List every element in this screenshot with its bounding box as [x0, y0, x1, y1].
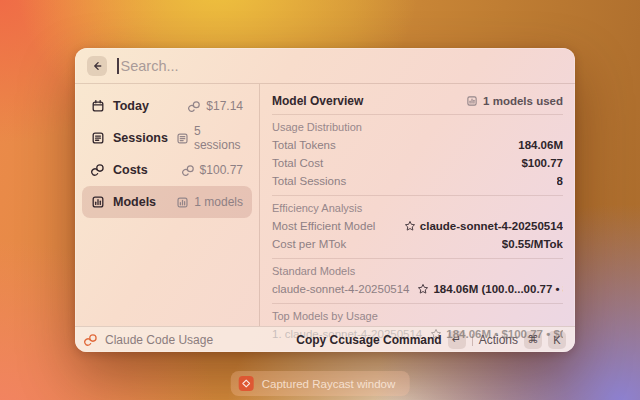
metadata-row-cost-per-mtok: Cost per MTok $0.55/MTok [272, 235, 563, 253]
most-efficient-model-value: claude-sonnet-4-20250514 [420, 220, 563, 232]
action-bar-right: Copy Ccusage Command ↵ Actions ⌘ K [296, 331, 566, 349]
capture-toast: Captured Raycast window [231, 371, 410, 396]
action-bar-separator [472, 334, 473, 346]
sidebar-item-models[interactable]: Models 1 models [82, 186, 252, 218]
back-arrow-icon [91, 60, 103, 72]
coins-icon [188, 100, 201, 113]
metadata-row-total-cost: Total Cost $100.77 [272, 154, 563, 172]
divider [272, 195, 563, 196]
text-caret [117, 58, 119, 74]
bar-chart-icon [466, 95, 478, 107]
coins-icon [182, 164, 195, 177]
list-icon [91, 131, 105, 145]
metadata-row-most-efficient: Most Efficient Model claude-sonnet-4-202… [272, 217, 563, 235]
coins-icon [91, 163, 105, 177]
models-used-badge: 1 models used [466, 95, 563, 107]
detail-title: Model Overview [272, 94, 363, 108]
section-heading: Efficiency Analysis [272, 202, 563, 214]
k-key-badge: K [548, 331, 566, 349]
section-heading: Usage Distribution [272, 121, 563, 133]
sidebar-item-accessory-text: 5 sessions [194, 124, 243, 152]
copy-ccusage-command-button[interactable]: Copy Ccusage Command ↵ [296, 331, 465, 349]
return-key-badge: ↵ [448, 331, 466, 349]
sidebar-item-accessory-text: $100.77 [200, 163, 243, 177]
raycast-capture-icon [239, 376, 254, 391]
toast-message: Captured Raycast window [262, 378, 396, 390]
divider [272, 114, 563, 115]
metadata-row-standard-model: claude-sonnet-4-20250514 184.06M (100.0.… [272, 280, 563, 298]
sidebar-item-accessory-text: $17.14 [206, 99, 243, 113]
list-icon [176, 132, 189, 145]
raycast-window: Search... Today $17.14 [75, 48, 575, 352]
coins-icon [84, 333, 98, 347]
star-icon [417, 283, 429, 295]
detail-panel: Model Overview 1 models used Usage Distr… [260, 84, 575, 326]
command-key-badge: ⌘ [524, 331, 542, 349]
sidebar-item-accessory: 1 models [176, 195, 243, 209]
standard-model-stats: 184.06M (100.0...00.77 • 8 sessions [433, 283, 563, 295]
section-heading: Top Models by Usage [272, 310, 563, 322]
search-placeholder: Search... [121, 58, 179, 74]
star-icon [404, 220, 416, 232]
detail-header: Model Overview 1 models used [272, 89, 563, 112]
sidebar-item-accessory: 5 sessions [176, 124, 243, 152]
divider [272, 258, 563, 259]
metadata-row-total-tokens: Total Tokens 184.06M [272, 136, 563, 154]
metadata-row-total-sessions: Total Sessions 8 [272, 172, 563, 190]
calendar-icon [91, 99, 105, 113]
bar-chart-icon [176, 196, 189, 209]
sidebar-item-label: Models [113, 195, 156, 209]
desktop-background: Search... Today $17.14 [0, 0, 640, 400]
actions-button[interactable]: Actions ⌘ K [479, 331, 566, 349]
sidebar-list: Today $17.14 Sessions [75, 84, 259, 326]
main-content: Today $17.14 Sessions [75, 84, 575, 326]
search-bar: Search... [75, 48, 575, 84]
back-button[interactable] [87, 56, 107, 76]
sidebar-item-today[interactable]: Today $17.14 [82, 90, 252, 122]
sidebar-item-sessions[interactable]: Sessions 5 sessions [82, 122, 252, 154]
action-bar: Claude Code Usage Copy Ccusage Command ↵… [75, 326, 575, 352]
extension-title: Claude Code Usage [105, 333, 213, 347]
bar-chart-icon [91, 195, 105, 209]
section-heading: Standard Models [272, 265, 563, 277]
models-used-text: 1 models used [483, 95, 563, 107]
sidebar-item-accessory: $100.77 [182, 163, 243, 177]
sidebar-item-costs[interactable]: Costs $100.77 [82, 154, 252, 186]
sidebar-item-label: Today [113, 99, 149, 113]
sidebar-item-label: Sessions [113, 131, 168, 145]
sidebar-item-label: Costs [113, 163, 148, 177]
divider [272, 303, 563, 304]
sidebar-item-accessory-text: 1 models [194, 195, 243, 209]
sidebar-item-accessory: $17.14 [188, 99, 243, 113]
search-input[interactable]: Search... [117, 48, 563, 83]
